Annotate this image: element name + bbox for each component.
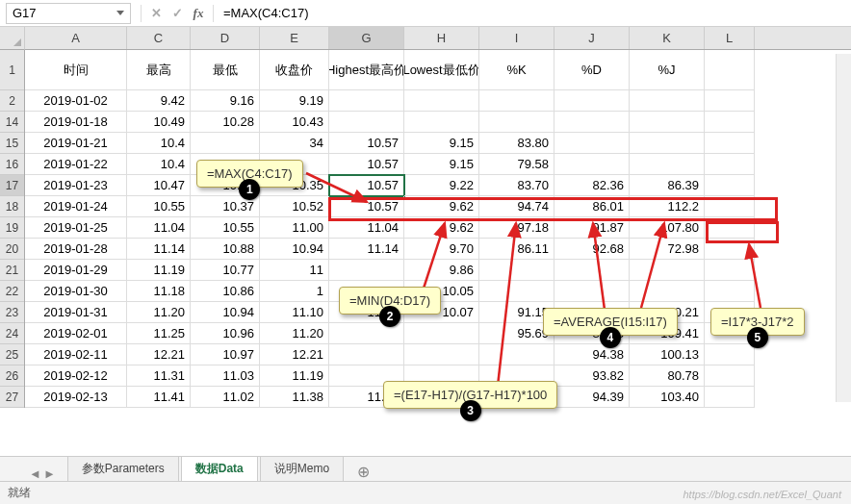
cell-C2[interactable]: 9.42 xyxy=(127,90,191,112)
cell-I24[interactable]: 95.69 xyxy=(479,323,554,344)
col-header-J[interactable]: J xyxy=(554,27,630,49)
cell-A24[interactable]: 2019-02-01 xyxy=(25,323,127,344)
cell-C27[interactable]: 11.41 xyxy=(127,387,191,408)
cancel-formula-icon[interactable]: ✕ xyxy=(145,3,167,24)
row-header-1[interactable]: 1 xyxy=(0,50,24,90)
row-header-20[interactable]: 20 xyxy=(0,239,24,260)
cell-L20[interactable] xyxy=(705,239,755,260)
row-header-17[interactable]: 17 xyxy=(0,175,24,196)
cell-D16[interactable] xyxy=(191,154,260,175)
cell-J22[interactable] xyxy=(554,281,630,302)
cell-L2[interactable] xyxy=(705,90,755,112)
cell-L14[interactable] xyxy=(705,112,755,133)
cell-H15[interactable]: 9.15 xyxy=(404,133,479,154)
cell-J27[interactable]: 94.39 xyxy=(554,387,630,408)
cell-K27[interactable]: 103.40 xyxy=(630,387,705,408)
cell-L23[interactable] xyxy=(705,302,755,323)
col-header-E[interactable]: E xyxy=(260,27,329,49)
cell-K24[interactable]: 109.41 xyxy=(630,323,705,344)
cell-K26[interactable]: 80.78 xyxy=(630,365,705,387)
col-header-L[interactable]: L xyxy=(705,27,755,49)
header-cell-H[interactable]: Lowest最低价 xyxy=(404,50,479,90)
cell-L19[interactable] xyxy=(705,217,755,239)
cell-L21[interactable] xyxy=(705,260,755,281)
select-all-corner[interactable] xyxy=(0,27,25,50)
cell-H2[interactable] xyxy=(404,90,479,112)
cell-A20[interactable]: 2019-01-28 xyxy=(25,239,127,260)
cell-G17[interactable]: 10.57 xyxy=(329,175,404,196)
tab-nav[interactable]: ◄► xyxy=(29,466,56,481)
cell-D18[interactable]: 10.37 xyxy=(191,196,260,217)
cell-E22[interactable]: 1 xyxy=(260,281,329,302)
cell-D14[interactable]: 10.28 xyxy=(191,112,260,133)
cell-C22[interactable]: 11.18 xyxy=(127,281,191,302)
row-header-14[interactable]: 14 xyxy=(0,112,24,133)
cell-K16[interactable] xyxy=(630,154,705,175)
cell-A18[interactable]: 2019-01-24 xyxy=(25,196,127,217)
cell-K15[interactable] xyxy=(630,133,705,154)
header-cell-G[interactable]: Highest最高价 xyxy=(329,50,404,90)
cell-D2[interactable]: 9.16 xyxy=(191,90,260,112)
cell-K17[interactable]: 86.39 xyxy=(630,175,705,196)
header-cell-D[interactable]: 最低 xyxy=(191,50,260,90)
cell-A15[interactable]: 2019-01-21 xyxy=(25,133,127,154)
cell-A25[interactable]: 2019-02-11 xyxy=(25,344,127,365)
row-header-16[interactable]: 16 xyxy=(0,154,24,175)
cell-A27[interactable]: 2019-02-13 xyxy=(25,387,127,408)
cell-I20[interactable]: 86.11 xyxy=(479,239,554,260)
cell-J24[interactable]: 88.83 xyxy=(554,323,630,344)
cell-C17[interactable]: 10.47 xyxy=(127,175,191,196)
cell-J19[interactable]: 91.87 xyxy=(554,217,630,239)
accept-formula-icon[interactable]: ✓ xyxy=(167,3,188,24)
cell-D26[interactable]: 11.03 xyxy=(191,365,260,387)
cell-H14[interactable] xyxy=(404,112,479,133)
cell-E18[interactable]: 10.52 xyxy=(260,196,329,217)
col-header-I[interactable]: I xyxy=(479,27,554,49)
cell-A14[interactable]: 2019-01-18 xyxy=(25,112,127,133)
cell-I26[interactable] xyxy=(479,365,554,387)
header-cell-K[interactable]: %J xyxy=(630,50,705,90)
cell-K23[interactable]: 100.21 xyxy=(630,302,705,323)
cell-D23[interactable]: 10.94 xyxy=(191,302,260,323)
row-header-21[interactable]: 21 xyxy=(0,260,24,281)
cell-D24[interactable]: 10.96 xyxy=(191,323,260,344)
cell-H16[interactable]: 9.15 xyxy=(404,154,479,175)
cell-G15[interactable]: 10.57 xyxy=(329,133,404,154)
tab-data[interactable]: 数据Data xyxy=(181,456,258,482)
row-header-19[interactable]: 19 xyxy=(0,217,24,239)
cell-E21[interactable]: 11 xyxy=(260,260,329,281)
cell-H17[interactable]: 9.22 xyxy=(404,175,479,196)
header-cell-J[interactable]: %D xyxy=(554,50,630,90)
cell-E14[interactable]: 10.43 xyxy=(260,112,329,133)
cell-I15[interactable]: 83.80 xyxy=(479,133,554,154)
cell-J21[interactable] xyxy=(554,260,630,281)
cell-C21[interactable]: 11.19 xyxy=(127,260,191,281)
add-sheet-icon[interactable]: ⊕ xyxy=(351,463,374,481)
cell-H23[interactable]: 10.07 xyxy=(404,302,479,323)
cell-G20[interactable]: 11.14 xyxy=(329,239,404,260)
cell-L17[interactable] xyxy=(705,175,755,196)
cell-L27[interactable] xyxy=(705,387,755,408)
cell-I25[interactable] xyxy=(479,344,554,365)
cell-J23[interactable]: 86.62 xyxy=(554,302,630,323)
cell-G18[interactable]: 10.57 xyxy=(329,196,404,217)
cell-J20[interactable]: 92.68 xyxy=(554,239,630,260)
cell-H20[interactable]: 9.70 xyxy=(404,239,479,260)
cell-J18[interactable]: 86.01 xyxy=(554,196,630,217)
cell-G2[interactable] xyxy=(329,90,404,112)
row-header-2[interactable]: 2 xyxy=(0,90,24,112)
cell-J25[interactable]: 94.38 xyxy=(554,344,630,365)
cell-E2[interactable]: 9.19 xyxy=(260,90,329,112)
formula-input[interactable] xyxy=(218,3,851,24)
cell-A17[interactable]: 2019-01-23 xyxy=(25,175,127,196)
cell-E16[interactable] xyxy=(260,154,329,175)
cell-K2[interactable] xyxy=(630,90,705,112)
col-header-K[interactable]: K xyxy=(630,27,705,49)
cell-C19[interactable]: 11.04 xyxy=(127,217,191,239)
cell-A22[interactable]: 2019-01-30 xyxy=(25,281,127,302)
cell-K21[interactable] xyxy=(630,260,705,281)
cell-D15[interactable] xyxy=(191,133,260,154)
cell-K18[interactable]: 112.2 xyxy=(630,196,705,217)
cell-D22[interactable]: 10.86 xyxy=(191,281,260,302)
cell-E24[interactable]: 11.20 xyxy=(260,323,329,344)
